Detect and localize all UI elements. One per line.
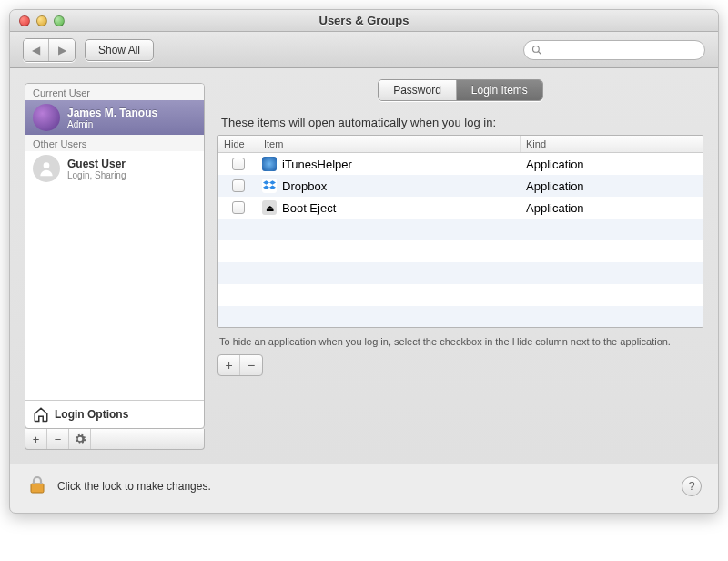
sidebar-edit-buttons: + − xyxy=(25,429,205,450)
table-row xyxy=(218,262,703,284)
tab-login-items[interactable]: Login Items xyxy=(457,80,542,100)
svg-point-2 xyxy=(44,162,50,168)
intro-text: These items will open automatically when… xyxy=(221,116,703,129)
footer: Click the lock to make changes. ? xyxy=(10,464,718,513)
preferences-window: Users & Groups ◀ ▶ Show All Current User… xyxy=(9,9,719,514)
lock-text: Click the lock to make changes. xyxy=(57,480,211,493)
forward-button[interactable]: ▶ xyxy=(49,39,75,61)
toolbar: ◀ ▶ Show All xyxy=(10,32,718,68)
titlebar: Users & Groups xyxy=(10,10,718,32)
table-row[interactable]: ⏏Boot Eject Application xyxy=(218,197,703,219)
table-row xyxy=(218,306,703,328)
tab-password[interactable]: Password xyxy=(379,80,457,100)
hide-checkbox[interactable] xyxy=(232,179,245,192)
login-options-button[interactable]: Login Options xyxy=(25,400,204,428)
show-all-button[interactable]: Show All xyxy=(85,39,154,61)
item-name: Boot Eject xyxy=(282,201,336,215)
table-row xyxy=(218,284,703,306)
current-user-header: Current User xyxy=(25,84,204,100)
add-remove-buttons: + − xyxy=(217,354,263,376)
user-row-guest[interactable]: Guest User Login, Sharing xyxy=(25,151,204,186)
add-item-button[interactable]: + xyxy=(218,355,240,375)
item-kind: Application xyxy=(521,179,703,193)
main-panel: Password Login Items These items will op… xyxy=(217,83,703,450)
other-users-header: Other Users xyxy=(25,135,204,151)
table-row xyxy=(218,219,703,240)
remove-user-button[interactable]: − xyxy=(47,429,69,449)
back-button[interactable]: ◀ xyxy=(24,39,49,61)
tabs: Password Login Items xyxy=(217,79,703,101)
user-list: Current User James M. Tanous Admin Other… xyxy=(25,83,205,429)
col-kind[interactable]: Kind xyxy=(521,136,703,152)
svg-point-0 xyxy=(533,46,540,52)
hint-text: To hide an application when you log in, … xyxy=(219,335,702,349)
user-role: Login, Sharing xyxy=(67,170,126,180)
item-name: iTunesHelper xyxy=(282,158,352,171)
table-row[interactable]: Dropbox Application xyxy=(218,175,703,197)
table-body: iTunesHelper Application Dropbox Applica… xyxy=(218,153,703,328)
lock-button[interactable] xyxy=(26,474,48,498)
action-menu-button[interactable] xyxy=(69,429,91,449)
item-kind: Application xyxy=(521,201,703,215)
col-item[interactable]: Item xyxy=(258,136,521,152)
user-name: Guest User xyxy=(67,158,126,170)
svg-line-1 xyxy=(539,51,541,54)
login-options-label: Login Options xyxy=(55,408,128,421)
svg-rect-3 xyxy=(31,484,44,493)
dropbox-icon xyxy=(262,178,277,193)
person-icon xyxy=(37,159,56,178)
boot-eject-icon: ⏏ xyxy=(262,200,277,215)
login-items-table: Hide Item Kind iTunesHelper Application … xyxy=(217,135,703,328)
item-kind: Application xyxy=(521,158,703,171)
remove-item-button[interactable]: − xyxy=(240,355,262,375)
search-input[interactable] xyxy=(523,40,705,60)
avatar xyxy=(33,155,60,182)
table-row[interactable]: iTunesHelper Application xyxy=(218,153,703,175)
col-hide[interactable]: Hide xyxy=(218,136,258,152)
avatar xyxy=(33,104,60,131)
item-name: Dropbox xyxy=(282,179,327,193)
user-row-current[interactable]: James M. Tanous Admin xyxy=(25,100,204,135)
user-role: Admin xyxy=(67,119,157,129)
hide-checkbox[interactable] xyxy=(232,158,245,170)
nav-buttons: ◀ ▶ xyxy=(23,38,76,62)
gear-icon xyxy=(74,433,86,445)
home-icon xyxy=(33,406,49,423)
table-header: Hide Item Kind xyxy=(218,136,703,153)
search-icon xyxy=(531,45,542,56)
spacer xyxy=(91,429,204,449)
hide-checkbox[interactable] xyxy=(232,201,245,214)
add-user-button[interactable]: + xyxy=(25,429,47,449)
table-row xyxy=(218,240,703,262)
itunes-icon xyxy=(262,157,277,171)
lock-icon xyxy=(26,474,48,495)
user-name: James M. Tanous xyxy=(67,107,157,119)
help-button[interactable]: ? xyxy=(682,476,702,496)
window-title: Users & Groups xyxy=(10,14,718,27)
sidebar: Current User James M. Tanous Admin Other… xyxy=(25,83,205,450)
